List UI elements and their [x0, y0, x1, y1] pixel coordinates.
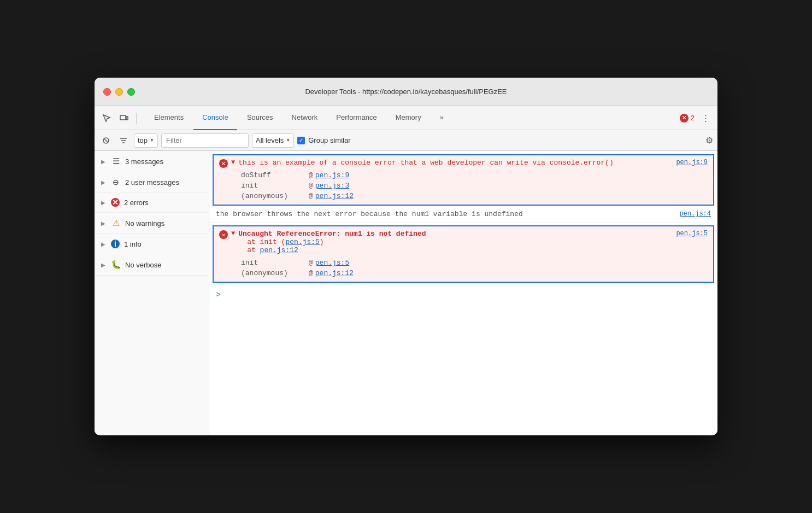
minimize-button[interactable] — [115, 88, 123, 96]
tab-sources[interactable]: Sources — [238, 106, 282, 130]
settings-icon[interactable]: ⚙ — [705, 135, 713, 145]
tabs-container: Elements Console Sources Network Perform… — [141, 106, 457, 130]
collapse-icon[interactable]: ▼ — [231, 159, 235, 166]
expand-icon: ▶ — [101, 241, 107, 247]
stack-file-link-3[interactable]: pen.js:12 — [315, 192, 354, 200]
console-entry-error-1: ✕ ▼ this is an example of a console erro… — [213, 154, 714, 206]
filter-input[interactable] — [161, 133, 249, 148]
info-label: 1 info — [124, 240, 142, 248]
traffic-lights — [103, 88, 135, 96]
file-ref-1[interactable]: pen.js:9 — [676, 159, 708, 166]
inline-link-1[interactable]: pen.js:5 — [285, 238, 319, 246]
dropdown-arrow-icon: ▼ — [150, 138, 154, 143]
inline-link-2[interactable]: pen.js:12 — [260, 246, 298, 254]
sidebar-item-errors[interactable]: ▶ ✕ 2 errors — [95, 193, 209, 213]
expand-icon: ▶ — [101, 159, 107, 165]
sidebar-item-info[interactable]: ▶ i 1 info — [95, 234, 209, 254]
close-button[interactable] — [103, 88, 111, 96]
error-message-1: this is an example of a console error th… — [238, 159, 673, 167]
divider — [136, 113, 137, 124]
tab-bar: Elements Console Sources Network Perform… — [95, 106, 717, 130]
bug-icon: 🐛 — [111, 260, 121, 270]
stack-file-link-5[interactable]: pen.js:12 — [315, 269, 354, 277]
warning-icon: ⚠ — [111, 218, 121, 228]
error-sub-text: at init (pen.js:5) at pen.js:12 — [238, 238, 673, 254]
device-toggle-button[interactable] — [116, 110, 132, 126]
stack-file-link-2[interactable]: pen.js:3 — [315, 182, 349, 190]
tab-memory[interactable]: Memory — [387, 106, 430, 130]
entry-header-2: ✕ ▼ Uncaught ReferenceError: num1 is not… — [219, 230, 708, 254]
console-entry-error-2: ✕ ▼ Uncaught ReferenceError: num1 is not… — [213, 225, 714, 283]
error-circle-icon: ✕ — [219, 159, 228, 168]
stack-line-4: init @ pen.js:5 — [219, 258, 708, 268]
errors-label: 2 errors — [124, 199, 149, 207]
user-messages-label: 2 user messages — [125, 178, 179, 186]
sidebar-item-warnings[interactable]: ▶ ⚠ No warnings — [95, 213, 209, 234]
entry-header: ✕ ▼ this is an example of a console erro… — [219, 159, 708, 168]
sidebar-item-user-messages[interactable]: ▶ ⊖ 2 user messages — [95, 172, 209, 193]
title-bar: Developer Tools - https://codepen.io/kay… — [95, 78, 717, 106]
svg-rect-1 — [126, 116, 128, 120]
error-badge: ✕ 2 — [680, 114, 695, 123]
toolbar-right: ✕ 2 ⋮ — [680, 110, 713, 126]
stack-line-2: init @ pen.js:3 — [219, 180, 708, 191]
file-ref-2[interactable]: pen.js:5 — [676, 230, 708, 237]
svg-rect-0 — [120, 115, 126, 120]
console-toolbar: top ▼ All levels ▼ ✓ Group similar ⚙ — [95, 130, 717, 151]
error-circle-icon-2: ✕ — [219, 230, 228, 239]
group-similar-label: Group similar — [308, 136, 350, 144]
console-prompt[interactable]: > — [209, 286, 717, 304]
window-title: Developer Tools - https://codepen.io/kay… — [305, 88, 507, 96]
console-entry-info: the browser throws the next error becaus… — [209, 206, 717, 223]
expand-icon: ▶ — [101, 220, 107, 226]
tab-network[interactable]: Network — [283, 106, 327, 130]
error-message-2: Uncaught ReferenceError: num1 is not def… — [238, 230, 673, 238]
maximize-button[interactable] — [127, 88, 135, 96]
stack-file-link-1[interactable]: pen.js:9 — [315, 171, 349, 179]
stack-trace-2: init @ pen.js:5 (anonymous) @ pen.js:12 — [219, 258, 708, 278]
main-content: ▶ ☰ 3 messages ▶ ⊖ 2 user messages ▶ ✕ 2… — [95, 151, 717, 435]
info-message: the browser throws the next error becaus… — [216, 210, 676, 218]
devtools-window: Developer Tools - https://codepen.io/kay… — [95, 78, 717, 435]
user-icon: ⊖ — [111, 178, 121, 186]
error-count: 2 — [691, 114, 695, 122]
levels-dropdown-icon: ▼ — [286, 138, 290, 143]
stack-line-3: (anonymous) @ pen.js:12 — [219, 191, 708, 201]
filter-button[interactable] — [116, 133, 131, 148]
messages-icon: ☰ — [111, 156, 121, 166]
sidebar: ▶ ☰ 3 messages ▶ ⊖ 2 user messages ▶ ✕ 2… — [95, 151, 209, 435]
context-selector[interactable]: top ▼ — [134, 133, 158, 148]
tab-elements[interactable]: Elements — [145, 106, 192, 130]
expand-icon: ▶ — [101, 262, 107, 268]
info-icon: i — [111, 240, 120, 248]
tab-console[interactable]: Console — [193, 106, 237, 130]
svg-line-3 — [104, 139, 108, 142]
stack-line-1: doStuff @ pen.js:9 — [219, 170, 708, 180]
file-ref-info[interactable]: pen.js:4 — [679, 210, 711, 218]
messages-label: 3 messages — [125, 158, 163, 166]
error-text-block: Uncaught ReferenceError: num1 is not def… — [238, 230, 673, 254]
group-similar-checkbox[interactable]: ✓ — [297, 137, 305, 144]
sidebar-item-messages[interactable]: ▶ ☰ 3 messages — [95, 151, 209, 172]
expand-icon: ▶ — [101, 200, 107, 206]
tab-more[interactable]: » — [431, 106, 452, 130]
console-panel: ✕ ▼ this is an example of a console erro… — [209, 151, 717, 435]
verbose-label: No verbose — [125, 261, 161, 269]
stack-file-link-4[interactable]: pen.js:5 — [315, 259, 349, 267]
expand-icon: ▶ — [101, 179, 107, 185]
levels-selector[interactable]: All levels ▼ — [252, 133, 294, 148]
clear-console-button[interactable] — [99, 133, 113, 148]
warnings-label: No warnings — [125, 219, 164, 228]
sidebar-item-verbose[interactable]: ▶ 🐛 No verbose — [95, 254, 209, 276]
inspect-element-button[interactable] — [99, 110, 114, 126]
more-options-button[interactable]: ⋮ — [698, 110, 713, 126]
error-icon: ✕ — [111, 198, 120, 207]
stack-trace-1: doStuff @ pen.js:9 init @ pen.js:3 (anon… — [219, 170, 708, 201]
collapse-icon-2[interactable]: ▼ — [231, 230, 235, 237]
group-similar-container: ✓ Group similar — [297, 136, 350, 144]
tab-performance[interactable]: Performance — [327, 106, 385, 130]
error-badge-icon: ✕ — [680, 114, 689, 123]
stack-line-5: (anonymous) @ pen.js:12 — [219, 268, 708, 278]
